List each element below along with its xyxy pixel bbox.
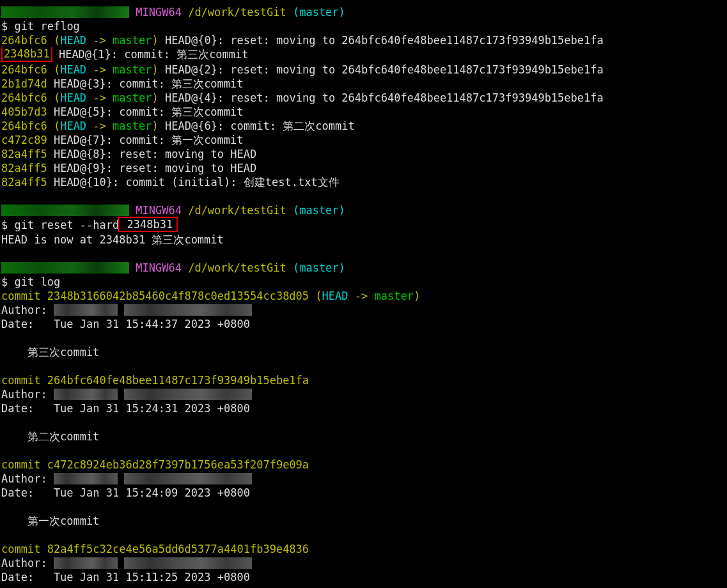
prompt-line-2: MINGW64 /d/work/testGit (master) xyxy=(0,203,727,217)
shell-env: MINGW64 xyxy=(136,204,182,217)
reflog-row-1: 2348b31 HEAD@{1}: commit: 第三次commit xyxy=(0,47,727,63)
reflog-row-9: 82a4ff5 HEAD@{9}: reset: moving to HEAD xyxy=(0,161,727,175)
branch-name: (master) xyxy=(293,261,345,274)
reflog-row-2: 264bfc6 (HEAD -> master) HEAD@{2}: reset… xyxy=(0,63,727,77)
typed-command: git reflog xyxy=(15,20,80,33)
author-email-redacted xyxy=(124,304,252,316)
reflog-row-7: c472c89 HEAD@{7}: commit: 第一次commit xyxy=(0,133,727,147)
author-name-redacted xyxy=(54,557,118,569)
log-date-3: Date: Tue Jan 31 15:24:09 2023 +0800 xyxy=(0,486,727,500)
log-date-1: Date: Tue Jan 31 15:44:37 2023 +0800 xyxy=(0,317,727,331)
author-email-redacted xyxy=(124,389,252,400)
branch-name: (master) xyxy=(293,204,345,217)
log-msg-3: 第一次commit xyxy=(0,514,727,528)
log-author-1: Author: xyxy=(0,303,727,317)
prompt-symbol: $ xyxy=(1,275,8,288)
reflog-row-10: 82a4ff5 HEAD@{10}: commit (initial): 创建t… xyxy=(0,175,727,189)
log-date-4: Date: Tue Jan 31 15:11:25 2023 +0800 xyxy=(0,570,727,584)
log-commit-4: commit 82a4ff5c32ce4e56a5dd6d5377a4401fb… xyxy=(0,542,727,556)
cwd-path: /d/work/testGit xyxy=(188,261,286,274)
command-line-2: $ git reset --hard 2348b31 xyxy=(0,217,727,233)
terminal-output[interactable]: MINGW64 /d/work/testGit (master) $ git r… xyxy=(0,0,727,584)
prompt-symbol: $ xyxy=(1,219,8,231)
log-commit-3: commit c472c8924eb36d28f7397b1756ea53f20… xyxy=(0,458,727,472)
log-msg-2: 第二次commit xyxy=(0,429,727,444)
cwd-path: /d/work/testGit xyxy=(188,6,286,19)
reflog-row-3: 2b1d74d HEAD@{3}: commit: 第三次commit xyxy=(0,77,727,91)
prompt-line-3: MINGW64 /d/work/testGit (master) xyxy=(0,261,727,275)
cwd-path: /d/work/testGit xyxy=(188,204,286,217)
highlighted-arg-box: 2348b31 xyxy=(118,217,178,232)
command-line-3: $ git log xyxy=(0,275,727,289)
reset-output: HEAD is now at 2348b31 第三次commit xyxy=(0,233,727,247)
prompt-symbol: $ xyxy=(1,20,8,33)
shell-env: MINGW64 xyxy=(136,261,182,274)
log-date-2: Date: Tue Jan 31 15:24:31 2023 +0800 xyxy=(0,401,727,415)
typed-command-prefix: git reset --hard xyxy=(15,219,120,231)
reflog-row-5: 405b7d3 HEAD@{5}: commit: 第三次commit xyxy=(0,105,727,119)
log-msg-1: 第三次commit xyxy=(0,345,727,359)
shell-env: MINGW64 xyxy=(136,6,182,19)
reflog-row-0: 264bfc6 (HEAD -> master) HEAD@{0}: reset… xyxy=(0,33,727,47)
user-host-redacted xyxy=(1,262,129,274)
typed-command: git log xyxy=(15,275,61,288)
author-name-redacted xyxy=(54,473,118,484)
author-email-redacted xyxy=(124,557,252,569)
prompt-line-1: MINGW64 /d/work/testGit (master) xyxy=(0,5,727,19)
reflog-row-4: 264bfc6 (HEAD -> master) HEAD@{4}: reset… xyxy=(0,91,727,105)
author-email-redacted xyxy=(124,473,252,484)
user-host-redacted xyxy=(1,6,129,18)
user-host-redacted xyxy=(1,205,129,216)
highlighted-hash-box: 2348b31 xyxy=(1,47,52,62)
reflog-row-8: 82a4ff5 HEAD@{8}: reset: moving to HEAD xyxy=(0,147,727,161)
log-commit-1: commit 2348b3166042b85460c4f878c0ed13554… xyxy=(0,289,727,303)
log-author-4: Author: xyxy=(0,556,727,570)
author-name-redacted xyxy=(54,389,118,400)
branch-name: (master) xyxy=(293,6,345,19)
command-line-1: $ git reflog xyxy=(0,19,727,33)
author-name-redacted xyxy=(54,304,118,316)
reflog-row-6: 264bfc6 (HEAD -> master) HEAD@{6}: commi… xyxy=(0,119,727,133)
log-author-3: Author: xyxy=(0,472,727,486)
log-author-2: Author: xyxy=(0,387,727,401)
log-commit-2: commit 264bfc640fe48bee11487c173f93949b1… xyxy=(0,373,727,387)
